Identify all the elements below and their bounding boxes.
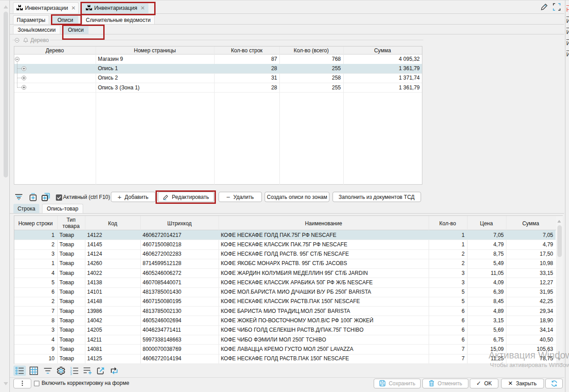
- svg-text:3: 3: [70, 372, 72, 375]
